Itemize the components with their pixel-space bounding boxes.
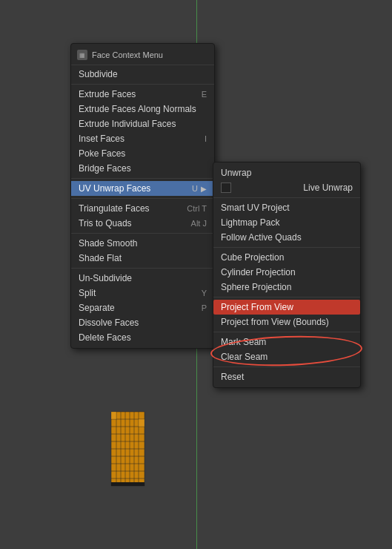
menu-item-dissolve-faces[interactable]: Dissolve Faces — [71, 315, 214, 330]
submenu-item-label: Mark Seam — [221, 337, 266, 347]
svg-rect-18 — [111, 482, 144, 486]
menu-item-subdivide[interactable]: Subdivide — [71, 67, 214, 82]
separator — [71, 233, 214, 234]
menu-item-shade-smooth[interactable]: Shade Smooth — [71, 236, 214, 251]
submenu-item-label: Clear Seam — [221, 352, 268, 362]
submenu-item-label: Cube Projection — [221, 252, 284, 263]
submenu-item-label: Follow Active Quads — [221, 232, 302, 243]
menu-item-label: Poke Faces — [79, 148, 125, 159]
menu-item-label: Inset Faces — [79, 134, 124, 144]
svg-rect-17 — [139, 419, 144, 427]
submenu-item-unwrap[interactable]: Unwrap — [213, 165, 360, 180]
menu-item-extrude-faces[interactable]: Extrude Faces E — [71, 87, 214, 102]
menu-item-poke-faces[interactable]: Poke Faces — [71, 146, 214, 161]
menu-item-label: Bridge Faces — [79, 163, 131, 174]
submenu-item-label: Project from View (Bounds) — [221, 317, 329, 327]
submenu-uv-unwrap: Unwrap Live Unwrap Smart UV Project Ligh… — [213, 162, 361, 388]
menu-item-label: Shade Smooth — [79, 238, 137, 249]
submenu-item-reset[interactable]: Reset — [213, 369, 360, 384]
menu-item-inset-faces[interactable]: Inset Faces I — [71, 131, 214, 146]
menu-item-split[interactable]: Split Y — [71, 286, 214, 300]
submenu-item-cube-proj[interactable]: Cube Projection — [213, 250, 360, 265]
menu-item-label: Delete Faces — [79, 332, 131, 343]
menu-item-tris-to-quads[interactable]: Tris to Quads Alt J — [71, 216, 214, 231]
separator — [71, 178, 214, 179]
submenu-item-label: Reset — [221, 372, 244, 382]
shortcut: P — [202, 303, 207, 312]
menu-item-label: UV Unwrap Faces — [79, 183, 150, 194]
submenu-item-label: Project From View — [221, 302, 293, 312]
submenu-item-label: Sphere Projection — [221, 282, 291, 292]
submenu-arrow-icon: ▶ — [201, 185, 207, 193]
live-unwrap-checkbox[interactable] — [221, 183, 231, 193]
submenu-separator — [213, 247, 360, 248]
menu-item-shade-flat[interactable]: Shade Flat — [71, 251, 214, 266]
submenu-separator — [213, 366, 360, 367]
menu-item-label: Separate — [79, 303, 115, 313]
submenu-item-project-from-view-bounds[interactable]: Project from View (Bounds) — [213, 315, 360, 329]
menu-item-label: Triangulate Faces — [79, 203, 150, 214]
menu-item-bridge-faces[interactable]: Bridge Faces — [71, 161, 214, 176]
shortcut: Ctrl T — [187, 204, 207, 213]
submenu-item-label: Cylinder Projection — [221, 267, 296, 277]
context-menu: ▦ Face Context Menu Subdivide Extrude Fa… — [70, 43, 215, 349]
mesh-object — [107, 408, 148, 490]
menu-item-triangulate[interactable]: Triangulate Faces Ctrl T — [71, 201, 214, 216]
menu-item-label: Split — [79, 288, 96, 298]
menu-item-label: Shade Flat — [79, 253, 122, 263]
submenu-item-label: Unwrap — [221, 168, 251, 178]
shortcut: U — [192, 184, 198, 193]
submenu-item-smart-uv[interactable]: Smart UV Project — [213, 200, 360, 215]
submenu-item-clear-seam[interactable]: Clear Seam — [213, 349, 360, 364]
menu-title: Face Context Menu — [92, 50, 163, 59]
menu-icon: ▦ — [77, 50, 87, 60]
submenu-item-follow-active[interactable]: Follow Active Quads — [213, 230, 360, 245]
menu-item-label: Extrude Individual Faces — [79, 119, 176, 129]
submenu-separator — [213, 297, 360, 297]
submenu-item-project-from-view[interactable]: Project From View — [213, 300, 360, 315]
svg-rect-16 — [111, 412, 116, 419]
separator — [71, 84, 214, 85]
submenu-item-live-unwrap[interactable]: Live Unwrap — [213, 180, 360, 195]
menu-item-delete-faces[interactable]: Delete Faces — [71, 330, 214, 345]
shortcut: Alt J — [191, 219, 207, 228]
submenu-item-label: Live Unwrap — [303, 183, 353, 193]
submenu-item-mark-seam[interactable]: Mark Seam — [213, 335, 360, 349]
menu-item-separate[interactable]: Separate P — [71, 300, 214, 315]
separator — [71, 268, 214, 269]
menu-item-uv-unwrap[interactable]: UV Unwrap Faces U ▶ — [71, 181, 214, 196]
submenu-item-label: Lightmap Pack — [221, 217, 279, 228]
shortcut: Y — [202, 289, 207, 297]
submenu-item-cylinder-proj[interactable]: Cylinder Projection — [213, 265, 360, 280]
menu-item-label: Subdivide — [79, 69, 118, 79]
menu-item-label: Tris to Quads — [79, 218, 132, 229]
menu-header: ▦ Face Context Menu — [71, 47, 214, 65]
shortcut: I — [205, 134, 207, 143]
menu-item-label: Un-Subdivide — [79, 273, 132, 283]
menu-item-label: Extrude Faces — [79, 89, 136, 99]
submenu-item-label: Smart UV Project — [221, 203, 290, 213]
menu-item-label: Dissolve Faces — [79, 318, 139, 328]
separator — [71, 198, 214, 199]
menu-item-label: Extrude Faces Along Normals — [79, 104, 196, 114]
shortcut: E — [202, 90, 207, 99]
menu-item-extrude-along-normals[interactable]: Extrude Faces Along Normals — [71, 102, 214, 116]
submenu-separator — [213, 197, 360, 198]
submenu-separator — [213, 332, 360, 332]
submenu-item-lightmap[interactable]: Lightmap Pack — [213, 215, 360, 230]
menu-item-extrude-individual[interactable]: Extrude Individual Faces — [71, 116, 214, 131]
menu-item-unsubdivide[interactable]: Un-Subdivide — [71, 271, 214, 286]
submenu-item-sphere-proj[interactable]: Sphere Projection — [213, 280, 360, 295]
